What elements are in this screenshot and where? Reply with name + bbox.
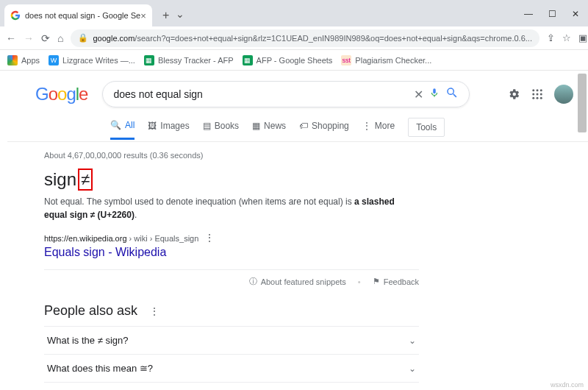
tab-all[interactable]: 🔍All xyxy=(110,120,135,140)
result-menu-icon[interactable]: ⋮ xyxy=(204,232,215,244)
svg-point-2 xyxy=(537,89,539,91)
browser-tab[interactable]: does not equal sign - Google Se × xyxy=(4,4,152,26)
navbar-right-icons: ⇪ ☆ ▣ ◎ ▮ ⋮ xyxy=(547,32,588,45)
tag-icon: 🏷 xyxy=(299,121,308,131)
book-icon: ▤ xyxy=(203,121,211,131)
minimize-button[interactable]: — xyxy=(523,9,534,19)
close-button[interactable]: ✕ xyxy=(570,9,581,19)
people-also-ask-title: People also ask⋮ xyxy=(44,303,419,319)
paa-item[interactable]: What does this mean ≅?⌄ xyxy=(44,355,419,383)
svg-point-9 xyxy=(540,97,542,99)
google-apps-icon[interactable] xyxy=(531,88,544,101)
new-tab-button[interactable]: + xyxy=(157,6,176,25)
extension-a-icon[interactable]: ▣ xyxy=(578,32,587,43)
feedback-icon: ⚑ xyxy=(373,277,380,286)
scrollbar-thumb[interactable] xyxy=(578,74,587,132)
voice-search-icon[interactable] xyxy=(429,86,440,102)
result-link-wikipedia[interactable]: Equals sign - Wikipedia xyxy=(44,246,419,259)
browser-titlebar: does not equal sign - Google Se × + ⌄ — … xyxy=(0,0,588,26)
forward-button[interactable]: → xyxy=(24,32,34,44)
chevron-down-icon: ⌄ xyxy=(409,364,416,374)
tab-shopping[interactable]: 🏷Shopping xyxy=(299,121,349,138)
paa-menu-icon[interactable]: ⋮ xyxy=(149,305,159,317)
browser-navbar: ← → ⟳ ⌂ 🔒 google.com/search?q=does+not+e… xyxy=(0,26,588,50)
highlighted-symbol: ≠ xyxy=(78,169,93,191)
bookmark-afp-sheets[interactable]: ▦AFP - Google Sheets xyxy=(243,55,333,65)
people-also-ask-list: What is the ≠ sign?⌄ What does this mean… xyxy=(44,326,419,390)
account-avatar[interactable] xyxy=(554,85,573,104)
home-button[interactable]: ⌂ xyxy=(57,32,63,44)
tab-more[interactable]: ⋮More xyxy=(362,121,395,138)
svg-point-5 xyxy=(537,93,539,96)
result-cite: https://en.wikipedia.org › wiki › Equals… xyxy=(44,232,419,244)
bookmark-plagiarism[interactable]: sstPlagiarism Checker... xyxy=(341,55,431,65)
svg-point-4 xyxy=(532,93,534,96)
tools-button[interactable]: Tools xyxy=(408,118,445,137)
back-button[interactable]: ← xyxy=(6,32,16,44)
bookmark-apps[interactable]: Apps xyxy=(7,55,40,65)
bookmarks-bar: Apps WLizgrace Writes —... ▦Blessy Track… xyxy=(0,50,588,71)
featured-snippet-description: Not equal. The symbol used to denote ine… xyxy=(44,195,419,221)
address-bar[interactable]: 🔒 google.com/search?q=does+not+equal+sig… xyxy=(71,29,539,47)
clear-search-icon[interactable]: ✕ xyxy=(414,88,423,102)
svg-point-6 xyxy=(540,93,542,96)
bookmark-blessy-tracker[interactable]: ▦Blessy Tracker - AFP xyxy=(144,55,234,65)
search-icon: 🔍 xyxy=(110,120,121,130)
tab-title: does not equal sign - Google Se xyxy=(25,11,140,20)
tab-news[interactable]: ▦News xyxy=(252,121,286,138)
news-icon: ▦ xyxy=(252,121,260,131)
maximize-button[interactable]: ☐ xyxy=(547,9,557,19)
tab-images[interactable]: 🖼Images xyxy=(148,121,189,138)
result-stats: About 4,67,00,00,000 results (0.36 secon… xyxy=(44,151,419,160)
page-content: Google ✕ 🔍All 🖼Images ▤Books ▦News 🏷Shop… xyxy=(0,71,588,390)
svg-point-1 xyxy=(532,89,534,91)
bookmark-lizgrace[interactable]: WLizgrace Writes —... xyxy=(49,55,135,65)
paa-item[interactable]: What does =/= mean in math?⌄ xyxy=(44,383,419,390)
google-logo[interactable]: Google xyxy=(35,84,87,104)
featured-snippet-title: sign≠ xyxy=(44,169,419,191)
snippet-footer: ⓘAbout featured snippets • ⚑Feedback xyxy=(44,269,419,287)
image-icon: 🖼 xyxy=(148,121,157,131)
info-icon: ⓘ xyxy=(249,276,257,287)
chevron-down-icon: ⌄ xyxy=(409,336,416,346)
window-controls: — ☐ ✕ xyxy=(523,9,588,19)
google-favicon xyxy=(10,10,21,21)
search-box[interactable]: ✕ xyxy=(102,81,470,107)
bookmark-star-icon[interactable]: ☆ xyxy=(562,32,571,43)
lock-icon: 🔒 xyxy=(78,33,88,43)
svg-point-3 xyxy=(540,89,542,91)
tab-close-icon[interactable]: × xyxy=(140,10,146,21)
snippet-feedback[interactable]: ⚑Feedback xyxy=(373,277,419,286)
paa-item[interactable]: What is the ≠ sign?⌄ xyxy=(44,327,419,355)
settings-gear-icon[interactable] xyxy=(507,88,520,101)
search-icon[interactable] xyxy=(445,86,459,102)
reload-button[interactable]: ⟳ xyxy=(41,32,50,44)
svg-point-8 xyxy=(537,97,539,99)
results: About 4,67,00,00,000 results (0.36 secon… xyxy=(7,142,419,390)
more-icon: ⋮ xyxy=(362,121,371,131)
tab-list-chevron-icon[interactable]: ⌄ xyxy=(176,8,184,20)
watermark: wsxdn.com xyxy=(551,381,584,389)
google-header: Google ✕ xyxy=(7,71,588,107)
search-input[interactable] xyxy=(113,88,408,100)
search-tabs: 🔍All 🖼Images ▤Books ▦News 🏷Shopping ⋮Mor… xyxy=(7,107,588,142)
share-icon[interactable]: ⇪ xyxy=(547,32,555,43)
url-text: google.com/search?q=does+not+equal+sign&… xyxy=(93,34,531,43)
about-featured-snippets[interactable]: ⓘAbout featured snippets xyxy=(249,276,346,287)
tab-books[interactable]: ▤Books xyxy=(203,121,239,138)
header-right xyxy=(507,85,573,104)
svg-point-7 xyxy=(532,97,534,99)
